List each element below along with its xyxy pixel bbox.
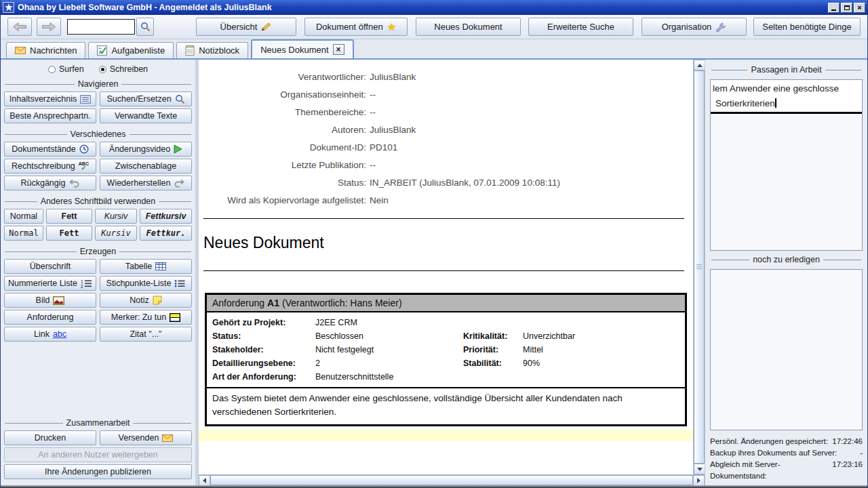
vertical-scrollbar[interactable] bbox=[693, 60, 705, 474]
tab-nachrichten[interactable]: Nachrichten bbox=[6, 42, 85, 58]
tab-notizblock-label: Notizblock bbox=[199, 45, 239, 56]
dokument-oeffnen-button[interactable]: Dokument öffnen ★ bbox=[304, 18, 408, 36]
tabelle-label: Tabelle bbox=[125, 262, 153, 271]
back-button[interactable] bbox=[7, 18, 32, 36]
status-backup: Backup ihres Dokuments auf Server: - bbox=[710, 447, 863, 459]
requirement-table[interactable]: Anforderung A1 (Verantwortlich: Hans Mei… bbox=[205, 293, 687, 426]
minimize-button[interactable] bbox=[828, 3, 840, 13]
search-input[interactable] bbox=[67, 19, 135, 35]
rechtschreibung-button[interactable]: Rechtschreibung ABC✓ bbox=[4, 159, 96, 174]
mono-fettkursiv-label: Fettkur. bbox=[146, 228, 186, 238]
drucken-button[interactable]: Drucken bbox=[4, 430, 96, 445]
notiz-button[interactable]: Notiz bbox=[100, 293, 192, 308]
forward-arrow-icon bbox=[42, 22, 56, 31]
horizontal-scroll-thumb[interactable] bbox=[210, 475, 693, 485]
meta-autoren: Autoren:JuliusBlank bbox=[199, 121, 693, 139]
left-arrow-icon bbox=[203, 478, 206, 483]
beste-ansprechpartner-label: Beste Ansprechpartn. bbox=[9, 111, 91, 121]
merker-zu-tun-button[interactable]: Merker: Zu tun bbox=[100, 310, 192, 325]
bild-button[interactable]: Bild bbox=[4, 293, 96, 308]
back-arrow-icon bbox=[13, 22, 26, 31]
passage-line1: lem Anwender eine geschlosse bbox=[713, 81, 861, 96]
app-icon bbox=[3, 2, 14, 13]
scroll-right-button[interactable] bbox=[693, 475, 705, 486]
uebersicht-button[interactable]: Übersicht bbox=[196, 18, 296, 36]
publizieren-button[interactable]: Ihre Änderungen publizieren bbox=[4, 464, 192, 479]
document-heading: Neues Dokument bbox=[203, 234, 693, 252]
zwischenablage-button[interactable]: Zwischenablage bbox=[100, 159, 192, 174]
passage-item[interactable]: lem Anwender eine geschlosse Sortierkrit… bbox=[711, 80, 862, 114]
anforderung-button[interactable]: Anforderung bbox=[4, 310, 96, 325]
ueberschrift-button[interactable]: Überschrift bbox=[4, 259, 96, 274]
aenderungsvideo-button[interactable]: Änderungsvideo bbox=[100, 142, 192, 157]
tab-aufgabenliste-label: Aufgabenliste bbox=[111, 45, 165, 56]
vertical-scroll-thumb[interactable] bbox=[694, 70, 705, 464]
maximize-button[interactable] bbox=[841, 3, 852, 13]
meta-kopiervorlage: Wird als Kopiervorlage aufgelistet:Nein bbox=[199, 192, 693, 209]
main-toolbar: Übersicht Dokument öffnen ★ Neues Dokume… bbox=[1, 15, 867, 39]
link-abc-icon: abc bbox=[53, 329, 66, 339]
close-button[interactable]: × bbox=[854, 3, 865, 13]
status-saved: Persönl. Änderungen gespeichert: 17:22:4… bbox=[710, 436, 863, 447]
scroll-left-button[interactable] bbox=[199, 475, 210, 486]
mono-fett-label: Fett bbox=[60, 228, 79, 238]
weitergeben-button: An anderen Nutzer weitergeben bbox=[4, 447, 192, 462]
link-label: Link bbox=[34, 329, 50, 339]
dokumentstaende-button[interactable]: Dokumentstände bbox=[4, 142, 96, 157]
suchen-ersetzen-button[interactable]: Suchen/Ersetzen bbox=[100, 92, 192, 106]
tab-aufgabenliste[interactable]: Aufgabenliste bbox=[88, 42, 174, 58]
organisation-button[interactable]: Organisation bbox=[642, 18, 747, 36]
neues-dokument-button[interactable]: Neues Dokument bbox=[416, 18, 521, 36]
mono-fettkursiv-button[interactable]: Fettkur. bbox=[140, 226, 192, 241]
link-button[interactable]: Link abc bbox=[4, 327, 96, 342]
zitat-button[interactable]: Zitat "..." bbox=[100, 327, 192, 342]
verwandte-texte-button[interactable]: Verwandte Texte bbox=[100, 108, 192, 123]
send-envelope-icon bbox=[162, 434, 173, 442]
wiederherstellen-button[interactable]: Wiederherstellen bbox=[100, 176, 192, 190]
erweiterte-suche-button[interactable]: Erweiterte Suche bbox=[528, 18, 633, 36]
horizontal-scrollbar[interactable] bbox=[199, 474, 705, 485]
font-normal-button[interactable]: Normal bbox=[4, 209, 43, 224]
font-fett-label: Fett bbox=[62, 211, 77, 221]
working-passages-list[interactable]: lem Anwender eine geschlosse Sortierkrit… bbox=[710, 79, 863, 251]
verwandte-texte-label: Verwandte Texte bbox=[115, 111, 177, 121]
radio-surfen[interactable]: Surfen bbox=[48, 64, 84, 74]
stichpunkte-liste-button[interactable]: Stichpunkte-Liste bbox=[100, 276, 192, 291]
nummerierte-liste-button[interactable]: Nummerierte Liste 12 bbox=[4, 276, 96, 291]
group-noch-zu-erledigen: noch zu erledigen bbox=[711, 255, 861, 264]
up-arrow-icon bbox=[697, 64, 703, 67]
mono-fett-button[interactable]: Fett bbox=[46, 226, 92, 241]
anforderung-label: Anforderung bbox=[27, 312, 74, 322]
tabelle-button[interactable]: Tabelle bbox=[100, 259, 192, 274]
selten-benoetigte-dinge-button[interactable]: Selten benötigte Dinge bbox=[753, 18, 861, 36]
font-fett-button[interactable]: Fett bbox=[46, 209, 92, 224]
rueckgaengig-button[interactable]: Rückgängig bbox=[4, 176, 96, 190]
beste-ansprechpartner-button[interactable]: Beste Ansprechpartn. bbox=[4, 108, 96, 123]
font-kursiv-button[interactable]: Kursiv bbox=[95, 209, 137, 224]
tab-neues-dokument[interactable]: Neues Dokument × bbox=[251, 39, 353, 58]
table-icon bbox=[155, 262, 166, 270]
forward-button[interactable] bbox=[37, 18, 61, 36]
scroll-up-button[interactable] bbox=[694, 60, 705, 70]
tab-nachrichten-label: Nachrichten bbox=[30, 45, 77, 56]
font-kursiv-label: Kursiv bbox=[104, 211, 128, 221]
todo-list[interactable] bbox=[710, 269, 863, 430]
tab-close-icon[interactable]: × bbox=[333, 44, 344, 55]
scroll-down-button[interactable] bbox=[694, 464, 705, 474]
inhaltsverzeichnis-button[interactable]: Inhaltsverzeichnis bbox=[4, 92, 96, 106]
mono-normal-button[interactable]: Normal bbox=[4, 226, 43, 241]
font-fettkursiv-label: Fettkursiv bbox=[146, 211, 186, 221]
search-replace-icon bbox=[175, 94, 185, 104]
tab-notizblock[interactable]: Notizblock bbox=[176, 42, 248, 58]
versenden-button[interactable]: Versenden bbox=[100, 430, 192, 445]
search-button[interactable] bbox=[136, 18, 154, 36]
font-fettkursiv-button[interactable]: Fettkursiv bbox=[140, 209, 192, 224]
font-normal-label: Normal bbox=[10, 211, 37, 221]
document-editor[interactable]: Verantwortlicher:JuliusBlank Organisatio… bbox=[199, 60, 693, 474]
play-icon bbox=[174, 144, 182, 154]
mono-kursiv-button[interactable]: Kursiv bbox=[95, 226, 137, 241]
group-verschiedenes: Verschiedenes bbox=[5, 129, 191, 139]
wiederherstellen-label: Wiederherstellen bbox=[107, 178, 171, 188]
radio-schreiben[interactable]: Schreiben bbox=[99, 64, 148, 74]
down-arrow-icon bbox=[697, 468, 703, 471]
